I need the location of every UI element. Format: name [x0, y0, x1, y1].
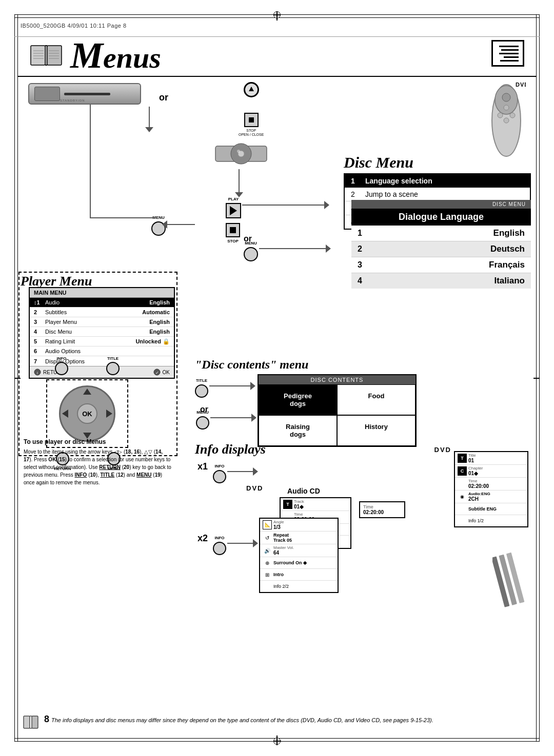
- dvdx2-label-5: Intro: [273, 572, 335, 577]
- dvdx2-label-6: Info 2/2: [273, 584, 335, 589]
- or-label-1: or: [159, 92, 168, 103]
- arrow-h1: [167, 224, 195, 225]
- remote-top-row: INFO TITLE: [36, 356, 138, 375]
- dialogue-title: Dialogue Language: [351, 209, 531, 226]
- dvdx2-row-3: 🔊 Master Vol. 64: [260, 544, 338, 557]
- track-014-row: Time 02:20:00: [360, 502, 404, 517]
- power-button[interactable]: [244, 82, 259, 97]
- title-dc-button[interactable]: [195, 384, 208, 398]
- arrow-h-x2: [227, 543, 253, 544]
- nav-left-arrow[interactable]: [62, 410, 68, 418]
- dvdr-label-2: Chapter: [468, 466, 525, 471]
- arrow-right2: [326, 244, 331, 253]
- mm-ok-btn[interactable]: ✓ OK: [153, 369, 170, 376]
- dvdr-info-2: Chapter 01◆: [468, 466, 525, 476]
- menu-line: [501, 49, 519, 51]
- arrow-right1: [324, 201, 329, 209]
- arrow-down1: [145, 127, 153, 132]
- disc-menu-item-2: 2 Jump to a scene: [345, 188, 530, 201]
- dvdx2-icon-6: [263, 582, 272, 591]
- dialogue-item-3: 3 Français: [351, 257, 531, 273]
- title-btn-area: TITLE: [106, 356, 120, 375]
- svg-rect-33: [32, 716, 38, 728]
- mm-r4-num: 4: [34, 329, 45, 335]
- audio-cd-label: Audio CD: [287, 487, 320, 495]
- arrow-right-dc2: [251, 414, 256, 422]
- mm-r1-label: Audio: [45, 299, 149, 305]
- dvdr-icon-2: C: [458, 466, 467, 476]
- dvdx2-info-1: Angle 1/3: [273, 520, 335, 530]
- dc-cell-raising: Raisingdogs: [259, 415, 337, 446]
- dvdx2-row-6: Info 2/2: [260, 581, 338, 592]
- stop-button[interactable]: [226, 223, 240, 237]
- d2-num: 2: [358, 244, 370, 254]
- acd-icon-1: T: [283, 500, 292, 509]
- dc-cell-pedigree: Pedigreedogs: [259, 384, 337, 415]
- d3-lang: Français: [489, 260, 525, 270]
- dvdr-row-4: ◉ Audio:ENG 2CH: [455, 491, 527, 503]
- info-x2-button[interactable]: [213, 542, 226, 555]
- nav-right-arrow[interactable]: [106, 410, 112, 418]
- info-displays-title: Info displays: [195, 442, 266, 457]
- dvdr-info-5: Subtitle ENG: [468, 506, 525, 512]
- stop-open-close-button[interactable]: [244, 113, 259, 127]
- dvdr-icon-6: [458, 516, 467, 525]
- dvdx2-info-5: Intro: [273, 572, 335, 577]
- mm-row-2: 2 Subtitles Automatic: [30, 308, 174, 317]
- dvdx2-row-4: ⊕ Surround On ◆: [260, 557, 338, 569]
- dvdr-label-4: Audio:ENG: [468, 492, 525, 496]
- title-button[interactable]: [106, 362, 120, 375]
- mm-r4-value: English: [149, 329, 170, 335]
- menu-line: [500, 60, 519, 62]
- d3-num: 3: [358, 260, 370, 270]
- play-button[interactable]: [226, 203, 241, 218]
- info-button[interactable]: [55, 362, 68, 375]
- menu-center-area: MENU: [244, 241, 258, 261]
- vert-left-connector: [90, 105, 91, 217]
- dvdr-value-1: 01: [468, 458, 525, 463]
- bottom-crosshair-circle: [273, 738, 281, 745]
- footer-area: 8 The info displays and disc menus may d…: [23, 714, 531, 730]
- menu-line: [504, 56, 519, 58]
- arrow-right-x1: [253, 467, 258, 476]
- info-x1-button[interactable]: [213, 470, 226, 483]
- arrow-left1: [162, 220, 167, 229]
- disc-contents-title: "Disc contents" menu: [195, 358, 308, 372]
- dvd-remote-right: DVD: [487, 79, 526, 161]
- dvdx2-value-2: Track 05: [273, 538, 335, 543]
- track-014-sub: Time: [363, 504, 401, 509]
- acd-row-1: T Track 01◆: [281, 498, 350, 511]
- dialogue-item-4: 4 Italiano: [351, 273, 531, 289]
- svg-rect-32: [24, 716, 30, 728]
- footer-page-num: 8: [44, 714, 49, 725]
- dvdx2-icon-5: ⊞: [263, 570, 272, 579]
- standby-label: STANDBY/ON: [60, 99, 85, 102]
- arrow-right-x2: [253, 539, 258, 547]
- mm-r1-num: ↕1: [34, 299, 45, 305]
- menu-line: [499, 46, 519, 47]
- dvdr-row-2: C Chapter 01◆: [455, 465, 527, 478]
- svg-text:✓: ✓: [155, 371, 159, 375]
- mm-ok-label: OK: [163, 370, 170, 375]
- mm-r6-label: Audio Options: [45, 348, 170, 354]
- arrow-v2: [239, 169, 240, 192]
- ok-button[interactable]: OK: [77, 403, 97, 424]
- dvdx2-info-2: Repeat Track 05: [273, 533, 335, 543]
- disc-item-1-label: Language selection: [365, 177, 432, 185]
- d4-num: 4: [358, 276, 370, 285]
- dvdr-icon-3: [458, 479, 467, 488]
- menu-dc-button[interactable]: [196, 416, 209, 430]
- nav-up-arrow[interactable]: [83, 389, 91, 395]
- title-M: M: [70, 35, 103, 76]
- dvdr-row-6: Info 1/2: [455, 515, 527, 526]
- dvdx2-row-1: 📐 Angle 1/3: [260, 519, 338, 532]
- mm-r2-num: 2: [34, 309, 45, 315]
- mm-row-4: 4 Disc Menu English: [30, 327, 174, 337]
- stop-area: STOP: [226, 223, 240, 243]
- info-x2-label: INFO: [214, 536, 224, 540]
- menu-button-center[interactable]: [244, 247, 258, 261]
- stop-open-label: STOPOPEN / CLOSE: [239, 129, 264, 137]
- dvdx2-label-3: Master Vol.: [273, 545, 335, 550]
- main-menu-header: MAIN MENU: [30, 288, 174, 298]
- title-btn-dc-area: TITLE: [195, 378, 208, 398]
